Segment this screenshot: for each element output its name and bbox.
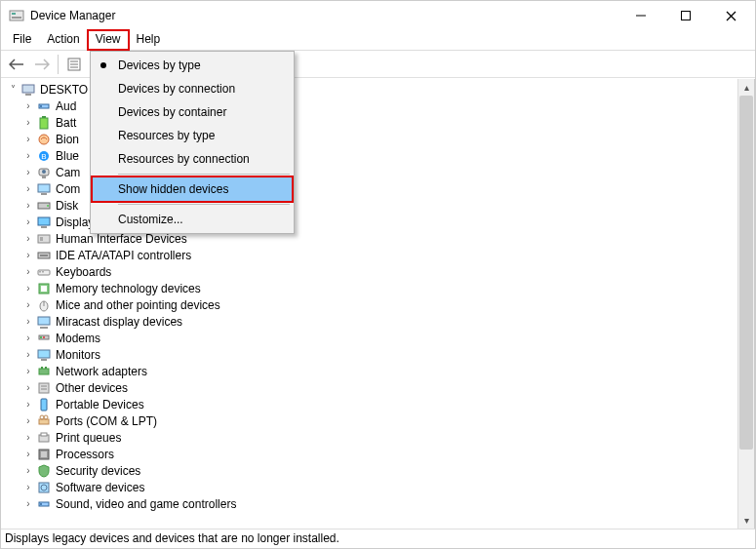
tree-label: Processors xyxy=(56,448,114,461)
scroll-up-icon[interactable]: ▴ xyxy=(738,79,754,96)
expand-icon[interactable]: › xyxy=(22,465,34,477)
tree-item[interactable]: ›Ports (COM & LPT) xyxy=(7,412,754,429)
scrollbar-track[interactable] xyxy=(738,96,754,512)
scroll-down-icon[interactable]: ▾ xyxy=(738,512,754,529)
expand-icon[interactable]: › xyxy=(22,233,34,245)
menu-separator xyxy=(118,204,290,205)
menu-item-label: Resources by type xyxy=(118,129,215,142)
svg-rect-28 xyxy=(41,226,47,228)
svg-rect-11 xyxy=(22,85,34,93)
maximize-button[interactable] xyxy=(663,1,708,30)
expand-icon[interactable]: › xyxy=(22,482,34,493)
svg-rect-16 xyxy=(42,116,46,118)
expand-icon[interactable]: › xyxy=(22,498,34,510)
device-category-icon xyxy=(36,264,52,280)
tree-item[interactable]: ›Mice and other pointing devices xyxy=(7,296,754,313)
tree-label: Modems xyxy=(56,332,100,345)
tree-label: IDE ATA/ATAPI controllers xyxy=(56,249,191,262)
svg-rect-47 xyxy=(41,367,43,369)
forward-button[interactable] xyxy=(30,53,54,76)
menu-devices-by-type[interactable]: Devices by type xyxy=(93,54,292,77)
menu-resources-by-connection[interactable]: Resources by connection xyxy=(93,147,292,171)
expand-icon[interactable]: › xyxy=(22,266,34,278)
tree-item[interactable]: ›Keyboards xyxy=(7,263,754,280)
expand-icon[interactable]: › xyxy=(22,399,34,411)
expand-icon[interactable]: › xyxy=(22,183,34,195)
expand-icon[interactable]: › xyxy=(22,299,34,311)
svg-point-42 xyxy=(40,336,42,338)
minimize-button[interactable] xyxy=(618,1,663,30)
tree-label: Print queues xyxy=(56,431,121,445)
expand-icon[interactable]: › xyxy=(22,382,34,394)
expand-icon[interactable]: › xyxy=(22,216,34,228)
menu-view[interactable]: View xyxy=(88,30,129,50)
tree-label: Network adapters xyxy=(56,365,147,378)
device-category-icon xyxy=(36,347,52,363)
expand-icon[interactable]: › xyxy=(22,432,34,444)
expand-icon[interactable]: › xyxy=(22,449,34,460)
svg-rect-35 xyxy=(42,271,44,273)
menu-file[interactable]: File xyxy=(5,30,39,50)
device-category-icon xyxy=(36,380,52,396)
expand-icon[interactable]: › xyxy=(22,366,34,377)
svg-rect-22 xyxy=(42,176,46,178)
tree-item[interactable]: ›Print queues xyxy=(7,429,754,446)
expand-icon[interactable]: › xyxy=(22,200,34,212)
svg-rect-34 xyxy=(39,271,41,273)
svg-rect-59 xyxy=(41,451,47,457)
expand-icon[interactable]: › xyxy=(22,333,34,344)
svg-point-21 xyxy=(42,170,46,174)
tree-item[interactable]: ›Portable Devices xyxy=(7,396,754,412)
tree-label: Security devices xyxy=(56,464,140,478)
svg-rect-24 xyxy=(41,193,47,195)
menu-help[interactable]: Help xyxy=(129,30,169,50)
expand-icon[interactable]: › xyxy=(22,415,34,427)
properties-button[interactable] xyxy=(62,53,86,76)
svg-rect-44 xyxy=(38,350,50,358)
tree-item[interactable]: ›Other devices xyxy=(7,379,754,396)
window-title: Device Manager xyxy=(30,9,618,22)
svg-point-54 xyxy=(40,415,44,419)
menu-devices-by-container[interactable]: Devices by container xyxy=(93,100,292,124)
scrollbar-thumb[interactable] xyxy=(739,96,753,450)
menu-customize[interactable]: Customize... xyxy=(93,208,292,231)
expand-icon[interactable]: › xyxy=(22,250,34,261)
menu-item-label: Devices by connection xyxy=(118,82,235,96)
expand-icon[interactable]: › xyxy=(22,100,34,112)
tree-label: Software devices xyxy=(56,481,144,494)
device-category-icon xyxy=(36,496,52,512)
menu-devices-by-connection[interactable]: Devices by connection xyxy=(93,77,292,100)
expand-icon[interactable]: › xyxy=(22,316,34,328)
back-button[interactable] xyxy=(5,53,28,76)
device-category-icon xyxy=(36,98,52,114)
expand-icon[interactable]: › xyxy=(22,283,34,294)
tree-label: Bion xyxy=(56,133,79,146)
expand-icon[interactable]: › xyxy=(22,349,34,361)
collapse-icon[interactable]: ˅ xyxy=(7,84,19,96)
tree-item[interactable]: ›IDE ATA/ATAPI controllers xyxy=(7,247,754,263)
device-category-icon xyxy=(36,480,52,495)
svg-rect-0 xyxy=(10,11,23,20)
tree-item[interactable]: ›Miracast display devices xyxy=(7,313,754,330)
tree-item[interactable]: ›Monitors xyxy=(7,346,754,363)
expand-icon[interactable]: › xyxy=(22,150,34,162)
menu-show-hidden-devices[interactable]: Show hidden devices xyxy=(93,177,292,201)
tree-item[interactable]: ›Modems xyxy=(7,330,754,346)
tree-item[interactable]: ›Network adapters xyxy=(7,363,754,379)
svg-rect-32 xyxy=(40,255,48,256)
menu-action[interactable]: Action xyxy=(39,30,87,50)
tree-item[interactable]: ›Memory technology devices xyxy=(7,280,754,296)
expand-icon[interactable]: › xyxy=(22,167,34,178)
tree-label: Portable Devices xyxy=(56,398,144,412)
tree-item[interactable]: ›Security devices xyxy=(7,462,754,479)
menu-resources-by-type[interactable]: Resources by type xyxy=(93,124,292,147)
tree-item[interactable]: ›Software devices xyxy=(7,479,754,495)
expand-icon[interactable]: › xyxy=(22,117,34,129)
close-button[interactable] xyxy=(708,1,753,30)
tree-item[interactable]: ›Sound, video and game controllers xyxy=(7,495,754,512)
expand-icon[interactable]: › xyxy=(22,134,34,145)
menu-item-label: Devices by type xyxy=(118,59,201,72)
tree-item[interactable]: ›Processors xyxy=(7,446,754,462)
tree-label: DESKTO xyxy=(40,83,88,97)
vertical-scrollbar[interactable]: ▴ ▾ xyxy=(737,79,754,529)
